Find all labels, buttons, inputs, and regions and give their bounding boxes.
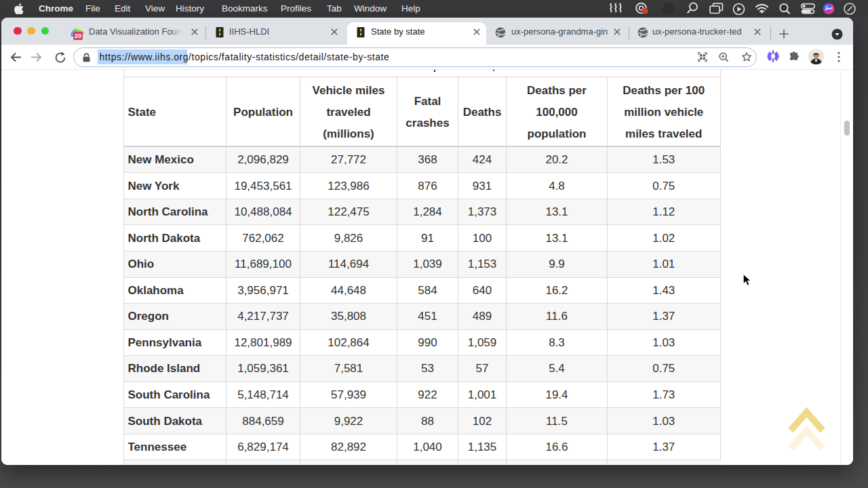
svg-text:20: 20	[75, 32, 82, 39]
